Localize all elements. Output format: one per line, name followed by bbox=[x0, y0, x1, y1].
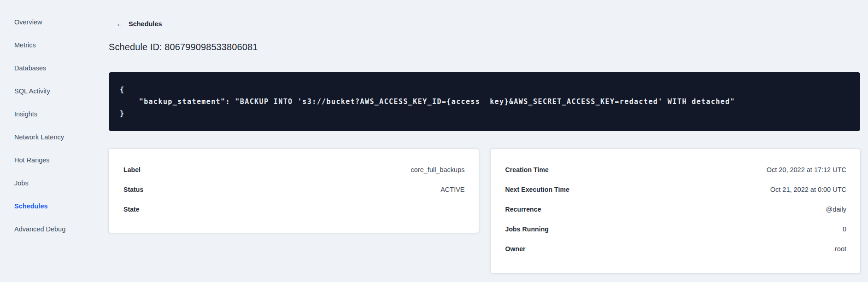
code-line: "backup_statement": "BACKUP INTO 's3://b… bbox=[120, 96, 849, 108]
sidebar-item-sql-activity[interactable]: SQL Activity bbox=[0, 80, 97, 103]
main-content: ← Schedules Schedule ID: 806799098533806… bbox=[109, 0, 860, 273]
detail-label: Next Execution Time bbox=[505, 186, 569, 193]
detail-cards-row: Label core_full_backups Status ACTIVE St… bbox=[109, 149, 860, 273]
detail-value: 0 bbox=[843, 225, 846, 233]
detail-label: Label bbox=[123, 166, 141, 173]
detail-row-creation-time: Creation Time Oct 20, 2022 at 17:12 UTC bbox=[505, 160, 847, 179]
back-link-label: Schedules bbox=[129, 20, 162, 28]
sidebar-item-insights[interactable]: Insights bbox=[0, 103, 97, 126]
detail-label: State bbox=[123, 206, 140, 213]
detail-value: Oct 21, 2022 at 0:00 UTC bbox=[770, 186, 846, 193]
schedule-details-card: Label core_full_backups Status ACTIVE St… bbox=[109, 149, 479, 233]
detail-row-jobs-running: Jobs Running 0 bbox=[505, 219, 847, 239]
detail-row-status: Status ACTIVE bbox=[123, 179, 465, 199]
detail-row-next-execution-time: Next Execution Time Oct 21, 2022 at 0:00… bbox=[505, 179, 847, 199]
sidebar-item-jobs[interactable]: Jobs bbox=[0, 172, 97, 195]
sidebar-item-databases[interactable]: Databases bbox=[0, 57, 97, 80]
back-to-schedules-link[interactable]: ← Schedules bbox=[116, 20, 162, 28]
detail-label: Jobs Running bbox=[505, 225, 549, 233]
detail-value: @daily bbox=[826, 206, 846, 213]
sidebar-item-overview[interactable]: Overview bbox=[0, 11, 97, 34]
sidebar-item-hot-ranges[interactable]: Hot Ranges bbox=[0, 149, 97, 172]
detail-label: Creation Time bbox=[505, 166, 549, 173]
detail-value: ACTIVE bbox=[440, 186, 464, 193]
detail-value: Oct 20, 2022 at 17:12 UTC bbox=[767, 166, 846, 173]
sidebar-item-schedules[interactable]: Schedules bbox=[0, 195, 97, 218]
detail-row-label: Label core_full_backups bbox=[123, 160, 465, 179]
code-line: { bbox=[120, 84, 849, 96]
back-arrow-icon: ← bbox=[116, 20, 123, 28]
detail-value: root bbox=[835, 245, 846, 253]
sidebar: Overview Metrics Databases SQL Activity … bbox=[0, 0, 97, 282]
detail-label: Owner bbox=[505, 245, 526, 253]
detail-label: Recurrence bbox=[505, 206, 541, 213]
page-title: Schedule ID: 806799098533806081 bbox=[109, 42, 860, 52]
sidebar-item-network-latency[interactable]: Network Latency bbox=[0, 126, 97, 149]
detail-label: Status bbox=[123, 186, 143, 193]
schedule-timing-card: Creation Time Oct 20, 2022 at 17:12 UTC … bbox=[491, 149, 861, 273]
sidebar-item-metrics[interactable]: Metrics bbox=[0, 34, 97, 57]
detail-row-recurrence: Recurrence @daily bbox=[505, 199, 847, 219]
detail-row-state: State bbox=[123, 199, 465, 219]
schedule-statement-code-block: { "backup_statement": "BACKUP INTO 's3:/… bbox=[109, 72, 860, 131]
code-line: } bbox=[120, 108, 849, 120]
detail-value: core_full_backups bbox=[411, 166, 465, 173]
detail-row-owner: Owner root bbox=[505, 239, 847, 259]
sidebar-item-advanced-debug[interactable]: Advanced Debug bbox=[0, 218, 97, 241]
